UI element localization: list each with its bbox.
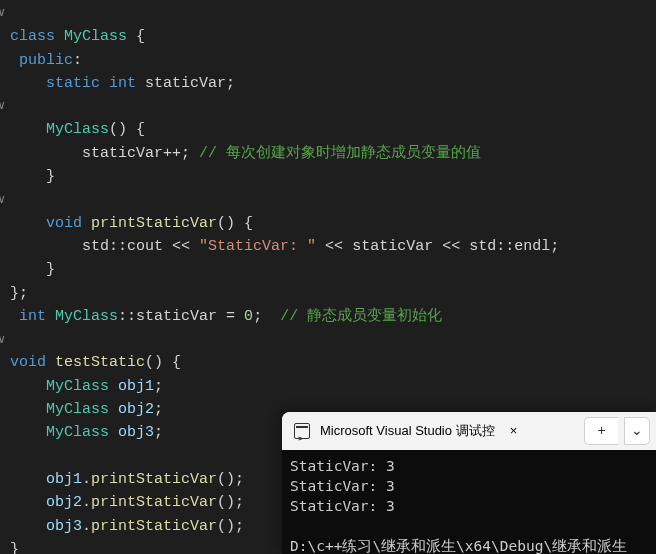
dot: .: [82, 518, 91, 535]
semicolon: ;: [154, 424, 163, 441]
fold-icon[interactable]: ∨: [0, 189, 5, 212]
debug-console-window[interactable]: Microsoft Visual Studio 调试控 × + ⌄ Static…: [282, 412, 656, 554]
variable: staticVar: [136, 308, 217, 325]
type: MyClass: [46, 424, 109, 441]
method-call: printStaticVar: [91, 471, 217, 488]
scope: ::: [109, 238, 127, 255]
class-name: MyClass: [64, 28, 127, 45]
semicolon: ;: [154, 378, 163, 395]
comment: // 每次创建对象时增加静态成员变量的值: [199, 145, 481, 162]
keyword: int: [109, 75, 136, 92]
operator: <<: [433, 238, 469, 255]
semicolon: ;: [253, 308, 262, 325]
function-name: printStaticVar: [91, 215, 217, 232]
console-line: D:\c++练习\继承和派生\x64\Debug\继承和派生: [290, 538, 627, 554]
dot: .: [82, 494, 91, 511]
scope: ::: [118, 308, 136, 325]
variable: obj1: [118, 378, 154, 395]
variable: obj1: [46, 471, 82, 488]
class-name: MyClass: [55, 308, 118, 325]
parens: () {: [217, 215, 253, 232]
comment: // 静态成员变量初始化: [280, 308, 442, 325]
method-call: printStaticVar: [91, 518, 217, 535]
type: MyClass: [46, 401, 109, 418]
parens: () {: [145, 354, 181, 371]
call: ();: [217, 518, 244, 535]
operator: <<: [163, 238, 199, 255]
type: MyClass: [46, 378, 109, 395]
keyword: static: [46, 75, 100, 92]
new-tab-button[interactable]: +: [584, 417, 618, 445]
dot: .: [82, 471, 91, 488]
fold-icon[interactable]: ∨: [0, 329, 5, 352]
fold-icon[interactable]: ∨: [0, 95, 5, 118]
tab-dropdown-button[interactable]: ⌄: [624, 417, 650, 445]
semicolon: ;: [226, 75, 235, 92]
variable: obj2: [46, 494, 82, 511]
variable: staticVar: [352, 238, 433, 255]
namespace: std: [469, 238, 496, 255]
close-tab-button[interactable]: ×: [505, 422, 523, 440]
number: 0: [244, 308, 253, 325]
operator: ++;: [163, 145, 190, 162]
semicolon: ;: [154, 401, 163, 418]
console-line: StaticVar: 3: [290, 478, 395, 494]
brace: };: [10, 285, 28, 302]
keyword: int: [19, 308, 46, 325]
variable: staticVar: [145, 75, 226, 92]
variable: staticVar: [82, 145, 163, 162]
variable: obj2: [118, 401, 154, 418]
keyword: void: [46, 215, 82, 232]
operator: <<: [316, 238, 352, 255]
equals: =: [217, 308, 244, 325]
console-line: StaticVar: 3: [290, 458, 395, 474]
brace: }: [46, 168, 55, 185]
method-call: printStaticVar: [91, 494, 217, 511]
variable: obj3: [118, 424, 154, 441]
semicolon: ;: [550, 238, 559, 255]
terminal-icon: [294, 423, 310, 439]
console-title: Microsoft Visual Studio 调试控: [320, 419, 495, 442]
call: ();: [217, 494, 244, 511]
function-name: testStatic: [55, 354, 145, 371]
identifier: endl: [514, 238, 550, 255]
variable: obj3: [46, 518, 82, 535]
colon: :: [73, 52, 82, 69]
fold-icon[interactable]: ∨: [0, 2, 5, 25]
scope: ::: [496, 238, 514, 255]
console-line: StaticVar: 3: [290, 498, 395, 514]
call: ();: [217, 471, 244, 488]
keyword: class: [10, 28, 55, 45]
string-literal: "StaticVar: ": [199, 238, 316, 255]
brace: }: [10, 541, 19, 554]
keyword: public: [19, 52, 73, 69]
brace: {: [127, 28, 145, 45]
namespace: std: [82, 238, 109, 255]
parens: () {: [109, 121, 145, 138]
constructor: MyClass: [46, 121, 109, 138]
console-titlebar[interactable]: Microsoft Visual Studio 调试控 × + ⌄: [282, 412, 656, 450]
keyword: void: [10, 354, 46, 371]
identifier: cout: [127, 238, 163, 255]
console-output[interactable]: StaticVar: 3 StaticVar: 3 StaticVar: 3 D…: [282, 450, 656, 554]
brace: }: [46, 261, 55, 278]
